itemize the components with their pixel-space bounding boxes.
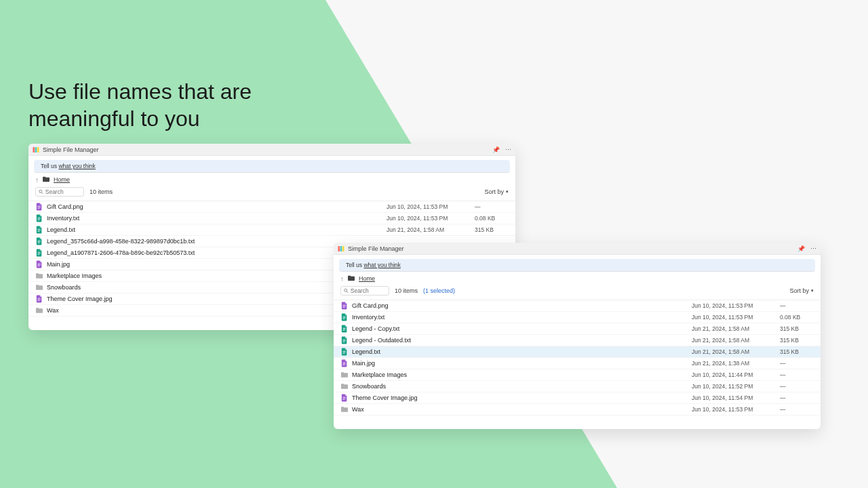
chevron-down-icon: ▾	[811, 288, 814, 293]
file-list: Gift Card.pngJun 10, 2024, 11:53 PM—Inve…	[334, 300, 821, 415]
file-size: —	[780, 302, 814, 309]
search-icon	[39, 189, 43, 195]
folder-icon	[35, 307, 43, 314]
feedback-link[interactable]: what you think	[58, 163, 95, 169]
item-count: 10 items	[90, 188, 113, 195]
text-file-icon	[340, 337, 348, 344]
text-file-icon	[35, 238, 43, 245]
file-name: Inventory.txt	[352, 314, 692, 321]
file-size: 0.08 KB	[780, 314, 814, 321]
file-row[interactable]: WaxJun 10, 2024, 11:53 PM—	[334, 404, 821, 415]
folder-icon	[340, 371, 348, 379]
breadcrumb-home[interactable]: Home	[359, 275, 375, 282]
info-banner-prefix: Tell us	[41, 163, 58, 169]
file-date: Jun 21, 2024, 1:58 AM	[387, 226, 475, 233]
folder-icon	[348, 274, 355, 283]
search-input[interactable]	[45, 188, 81, 195]
file-name: Snowboards	[352, 383, 692, 390]
titlebar: Simple File Manager 📌 ⋯	[28, 144, 515, 156]
more-icon[interactable]: ⋯	[505, 146, 511, 153]
file-size: —	[475, 203, 509, 210]
file-size: 315 KB	[780, 337, 814, 344]
file-row[interactable]: Legend - Copy.txtJun 21, 2024, 1:58 AM31…	[334, 323, 821, 335]
file-date: Jun 21, 2024, 1:38 AM	[692, 360, 780, 367]
controls-bar: 10 items Sort by▾	[28, 185, 515, 201]
file-row[interactable]: Gift Card.pngJun 10, 2024, 11:53 PM—	[334, 300, 821, 312]
file-row[interactable]: Legend.txtJun 21, 2024, 1:58 AM315 KB	[334, 346, 821, 358]
file-size: —	[780, 406, 814, 413]
breadcrumb-home[interactable]: Home	[54, 176, 70, 183]
folder-icon	[35, 272, 43, 280]
file-row[interactable]: Main.jpgJun 21, 2024, 1:38 AM—	[334, 358, 821, 369]
item-count: 10 items	[395, 287, 418, 294]
file-row[interactable]: Inventory.txtJun 10, 2024, 11:53 PM0.08 …	[334, 312, 821, 323]
titlebar: Simple File Manager 📌 ⋯	[334, 243, 821, 255]
chevron-down-icon: ▾	[506, 189, 509, 195]
app-title: Simple File Manager	[348, 245, 797, 252]
info-banner: Tell us what you think	[339, 259, 815, 272]
folder-icon	[35, 284, 43, 291]
file-name: Main.jpg	[352, 360, 692, 367]
file-date: Jun 10, 2024, 11:53 PM	[692, 302, 780, 309]
text-file-icon	[35, 249, 43, 257]
pin-icon[interactable]: 📌	[492, 146, 500, 153]
file-row[interactable]: Legend - Outdated.txtJun 21, 2024, 1:58 …	[334, 335, 821, 346]
folder-icon	[340, 383, 348, 390]
file-date: Jun 10, 2024, 11:54 PM	[692, 394, 780, 401]
file-name: Legend - Outdated.txt	[352, 337, 692, 344]
file-name: Inventory.txt	[47, 215, 387, 222]
file-name: Gift Card.png	[352, 302, 692, 309]
file-row[interactable]: Gift Card.pngJun 10, 2024, 11:53 PM—	[28, 201, 515, 213]
more-icon[interactable]: ⋯	[810, 245, 816, 252]
search-icon	[344, 288, 349, 293]
sort-by-button[interactable]: Sort by▾	[789, 287, 814, 294]
page-title: Use file names that are meaningful to yo…	[28, 78, 300, 132]
file-size: —	[780, 360, 814, 367]
file-date: Jun 10, 2024, 11:53 PM	[692, 406, 780, 413]
file-size: 315 KB	[475, 226, 509, 233]
info-banner: Tell us what you think	[34, 160, 510, 173]
file-row[interactable]: Legend.txtJun 21, 2024, 1:58 AM315 KB	[28, 224, 515, 236]
file-row[interactable]: SnowboardsJun 10, 2024, 11:52 PM—	[334, 381, 821, 392]
file-row[interactable]: Marketplace ImagesJun 10, 2024, 11:44 PM…	[334, 369, 821, 381]
file-manager-window-after: Simple File Manager 📌 ⋯ Tell us what you…	[334, 243, 821, 429]
file-size: —	[780, 394, 814, 401]
up-icon[interactable]: ↑	[35, 176, 39, 184]
file-date: Jun 10, 2024, 11:53 PM	[692, 314, 780, 321]
breadcrumb-bar: ↑ Home	[28, 173, 515, 185]
file-size: 315 KB	[780, 348, 814, 355]
pin-icon[interactable]: 📌	[797, 245, 805, 252]
image-file-icon	[340, 394, 348, 402]
file-name: Theme Cover Image.jpg	[352, 394, 692, 401]
feedback-link[interactable]: what you think	[363, 262, 400, 268]
search-input-wrap[interactable]	[340, 286, 389, 296]
search-input-wrap[interactable]	[35, 187, 84, 197]
file-name: Legend.txt	[47, 226, 387, 233]
file-date: Jun 10, 2024, 11:44 PM	[692, 371, 780, 378]
search-input[interactable]	[351, 287, 386, 294]
folder-icon	[340, 406, 348, 413]
breadcrumb-bar: ↑ Home	[334, 272, 821, 284]
file-row[interactable]: Theme Cover Image.jpgJun 10, 2024, 11:54…	[334, 392, 821, 404]
controls-bar: 10 items (1 selected) Sort by▾	[334, 284, 821, 300]
file-name: Gift Card.png	[47, 203, 387, 210]
file-date: Jun 10, 2024, 11:53 PM	[387, 203, 475, 210]
app-icon	[338, 245, 344, 252]
file-size: —	[780, 371, 814, 378]
file-date: Jun 21, 2024, 1:58 AM	[692, 325, 780, 332]
file-name: Wax	[352, 406, 692, 413]
file-name: Legend.txt	[352, 348, 692, 355]
file-date: Jun 21, 2024, 1:58 AM	[692, 348, 780, 355]
file-date: Jun 21, 2024, 1:58 AM	[692, 337, 780, 344]
info-banner-prefix: Tell us	[346, 262, 363, 268]
image-file-icon	[340, 360, 348, 367]
file-date: Jun 10, 2024, 11:53 PM	[387, 215, 475, 222]
text-file-icon	[35, 215, 43, 222]
up-icon[interactable]: ↑	[340, 275, 344, 283]
file-name: Marketplace Images	[352, 371, 692, 378]
image-file-icon	[340, 302, 348, 310]
file-size: 0.08 KB	[475, 215, 509, 222]
file-row[interactable]: Inventory.txtJun 10, 2024, 11:53 PM0.08 …	[28, 213, 515, 224]
image-file-icon	[35, 296, 43, 303]
sort-by-button[interactable]: Sort by▾	[484, 188, 509, 195]
